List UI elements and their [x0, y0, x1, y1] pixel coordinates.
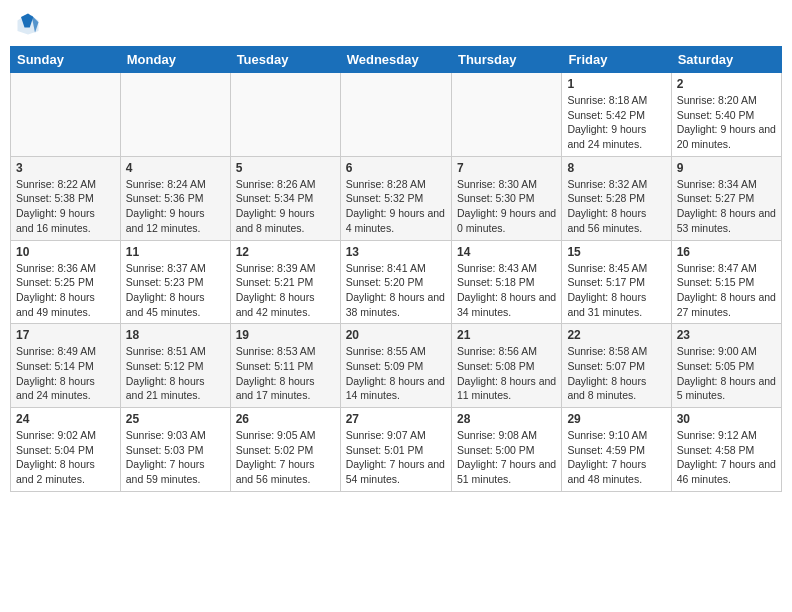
- day-number: 26: [236, 412, 335, 426]
- day-number: 12: [236, 245, 335, 259]
- day-info: Sunrise: 8:24 AM Sunset: 5:36 PM Dayligh…: [126, 177, 225, 236]
- day-info: Sunrise: 9:02 AM Sunset: 5:04 PM Dayligh…: [16, 428, 115, 487]
- calendar-cell: 4Sunrise: 8:24 AM Sunset: 5:36 PM Daylig…: [120, 156, 230, 240]
- day-info: Sunrise: 8:49 AM Sunset: 5:14 PM Dayligh…: [16, 344, 115, 403]
- calendar-cell: 15Sunrise: 8:45 AM Sunset: 5:17 PM Dayli…: [562, 240, 671, 324]
- week-row-1: 1Sunrise: 8:18 AM Sunset: 5:42 PM Daylig…: [11, 73, 782, 157]
- calendar-cell: [120, 73, 230, 157]
- day-info: Sunrise: 8:18 AM Sunset: 5:42 PM Dayligh…: [567, 93, 665, 152]
- day-info: Sunrise: 8:56 AM Sunset: 5:08 PM Dayligh…: [457, 344, 556, 403]
- calendar-cell: 10Sunrise: 8:36 AM Sunset: 5:25 PM Dayli…: [11, 240, 121, 324]
- week-row-5: 24Sunrise: 9:02 AM Sunset: 5:04 PM Dayli…: [11, 408, 782, 492]
- calendar-cell: 18Sunrise: 8:51 AM Sunset: 5:12 PM Dayli…: [120, 324, 230, 408]
- day-number: 18: [126, 328, 225, 342]
- day-info: Sunrise: 9:07 AM Sunset: 5:01 PM Dayligh…: [346, 428, 446, 487]
- day-info: Sunrise: 8:30 AM Sunset: 5:30 PM Dayligh…: [457, 177, 556, 236]
- day-header-monday: Monday: [120, 47, 230, 73]
- calendar-cell: 27Sunrise: 9:07 AM Sunset: 5:01 PM Dayli…: [340, 408, 451, 492]
- calendar-cell: [11, 73, 121, 157]
- day-number: 20: [346, 328, 446, 342]
- day-number: 28: [457, 412, 556, 426]
- day-number: 5: [236, 161, 335, 175]
- calendar-cell: 1Sunrise: 8:18 AM Sunset: 5:42 PM Daylig…: [562, 73, 671, 157]
- calendar-cell: 14Sunrise: 8:43 AM Sunset: 5:18 PM Dayli…: [451, 240, 561, 324]
- calendar-cell: 11Sunrise: 8:37 AM Sunset: 5:23 PM Dayli…: [120, 240, 230, 324]
- day-number: 7: [457, 161, 556, 175]
- calendar-cell: 5Sunrise: 8:26 AM Sunset: 5:34 PM Daylig…: [230, 156, 340, 240]
- calendar-cell: 6Sunrise: 8:28 AM Sunset: 5:32 PM Daylig…: [340, 156, 451, 240]
- calendar-cell: [340, 73, 451, 157]
- calendar-cell: 3Sunrise: 8:22 AM Sunset: 5:38 PM Daylig…: [11, 156, 121, 240]
- week-row-3: 10Sunrise: 8:36 AM Sunset: 5:25 PM Dayli…: [11, 240, 782, 324]
- day-number: 14: [457, 245, 556, 259]
- day-number: 8: [567, 161, 665, 175]
- day-number: 6: [346, 161, 446, 175]
- calendar-cell: 17Sunrise: 8:49 AM Sunset: 5:14 PM Dayli…: [11, 324, 121, 408]
- day-info: Sunrise: 8:51 AM Sunset: 5:12 PM Dayligh…: [126, 344, 225, 403]
- day-number: 22: [567, 328, 665, 342]
- day-number: 19: [236, 328, 335, 342]
- calendar-cell: 21Sunrise: 8:56 AM Sunset: 5:08 PM Dayli…: [451, 324, 561, 408]
- day-number: 30: [677, 412, 776, 426]
- day-info: Sunrise: 8:53 AM Sunset: 5:11 PM Dayligh…: [236, 344, 335, 403]
- calendar-cell: 30Sunrise: 9:12 AM Sunset: 4:58 PM Dayli…: [671, 408, 781, 492]
- day-number: 2: [677, 77, 776, 91]
- calendar-cell: 16Sunrise: 8:47 AM Sunset: 5:15 PM Dayli…: [671, 240, 781, 324]
- day-header-friday: Friday: [562, 47, 671, 73]
- day-info: Sunrise: 8:41 AM Sunset: 5:20 PM Dayligh…: [346, 261, 446, 320]
- day-info: Sunrise: 8:26 AM Sunset: 5:34 PM Dayligh…: [236, 177, 335, 236]
- logo: [14, 10, 44, 38]
- day-info: Sunrise: 8:39 AM Sunset: 5:21 PM Dayligh…: [236, 261, 335, 320]
- day-number: 23: [677, 328, 776, 342]
- days-header-row: SundayMondayTuesdayWednesdayThursdayFrid…: [11, 47, 782, 73]
- calendar-cell: 24Sunrise: 9:02 AM Sunset: 5:04 PM Dayli…: [11, 408, 121, 492]
- day-info: Sunrise: 9:10 AM Sunset: 4:59 PM Dayligh…: [567, 428, 665, 487]
- page-header: [10, 10, 782, 38]
- day-info: Sunrise: 8:22 AM Sunset: 5:38 PM Dayligh…: [16, 177, 115, 236]
- calendar-cell: 8Sunrise: 8:32 AM Sunset: 5:28 PM Daylig…: [562, 156, 671, 240]
- day-number: 11: [126, 245, 225, 259]
- day-info: Sunrise: 8:47 AM Sunset: 5:15 PM Dayligh…: [677, 261, 776, 320]
- week-row-4: 17Sunrise: 8:49 AM Sunset: 5:14 PM Dayli…: [11, 324, 782, 408]
- day-number: 15: [567, 245, 665, 259]
- calendar-cell: 19Sunrise: 8:53 AM Sunset: 5:11 PM Dayli…: [230, 324, 340, 408]
- day-info: Sunrise: 9:03 AM Sunset: 5:03 PM Dayligh…: [126, 428, 225, 487]
- day-number: 1: [567, 77, 665, 91]
- day-number: 29: [567, 412, 665, 426]
- day-info: Sunrise: 9:05 AM Sunset: 5:02 PM Dayligh…: [236, 428, 335, 487]
- day-header-wednesday: Wednesday: [340, 47, 451, 73]
- calendar-cell: 2Sunrise: 8:20 AM Sunset: 5:40 PM Daylig…: [671, 73, 781, 157]
- day-info: Sunrise: 9:08 AM Sunset: 5:00 PM Dayligh…: [457, 428, 556, 487]
- day-header-saturday: Saturday: [671, 47, 781, 73]
- day-info: Sunrise: 9:00 AM Sunset: 5:05 PM Dayligh…: [677, 344, 776, 403]
- calendar-cell: 25Sunrise: 9:03 AM Sunset: 5:03 PM Dayli…: [120, 408, 230, 492]
- calendar-cell: 13Sunrise: 8:41 AM Sunset: 5:20 PM Dayli…: [340, 240, 451, 324]
- day-info: Sunrise: 8:37 AM Sunset: 5:23 PM Dayligh…: [126, 261, 225, 320]
- calendar-cell: [230, 73, 340, 157]
- day-info: Sunrise: 8:28 AM Sunset: 5:32 PM Dayligh…: [346, 177, 446, 236]
- day-info: Sunrise: 8:45 AM Sunset: 5:17 PM Dayligh…: [567, 261, 665, 320]
- day-info: Sunrise: 8:36 AM Sunset: 5:25 PM Dayligh…: [16, 261, 115, 320]
- calendar-cell: 12Sunrise: 8:39 AM Sunset: 5:21 PM Dayli…: [230, 240, 340, 324]
- day-info: Sunrise: 8:43 AM Sunset: 5:18 PM Dayligh…: [457, 261, 556, 320]
- day-number: 10: [16, 245, 115, 259]
- calendar-cell: 22Sunrise: 8:58 AM Sunset: 5:07 PM Dayli…: [562, 324, 671, 408]
- calendar-cell: 28Sunrise: 9:08 AM Sunset: 5:00 PM Dayli…: [451, 408, 561, 492]
- day-number: 13: [346, 245, 446, 259]
- day-number: 21: [457, 328, 556, 342]
- day-number: 25: [126, 412, 225, 426]
- day-number: 27: [346, 412, 446, 426]
- calendar-cell: 9Sunrise: 8:34 AM Sunset: 5:27 PM Daylig…: [671, 156, 781, 240]
- day-number: 9: [677, 161, 776, 175]
- calendar-cell: 7Sunrise: 8:30 AM Sunset: 5:30 PM Daylig…: [451, 156, 561, 240]
- day-info: Sunrise: 9:12 AM Sunset: 4:58 PM Dayligh…: [677, 428, 776, 487]
- day-number: 24: [16, 412, 115, 426]
- calendar-table: SundayMondayTuesdayWednesdayThursdayFrid…: [10, 46, 782, 492]
- calendar-cell: 20Sunrise: 8:55 AM Sunset: 5:09 PM Dayli…: [340, 324, 451, 408]
- day-header-sunday: Sunday: [11, 47, 121, 73]
- day-number: 4: [126, 161, 225, 175]
- day-number: 16: [677, 245, 776, 259]
- day-info: Sunrise: 8:55 AM Sunset: 5:09 PM Dayligh…: [346, 344, 446, 403]
- day-header-tuesday: Tuesday: [230, 47, 340, 73]
- day-info: Sunrise: 8:32 AM Sunset: 5:28 PM Dayligh…: [567, 177, 665, 236]
